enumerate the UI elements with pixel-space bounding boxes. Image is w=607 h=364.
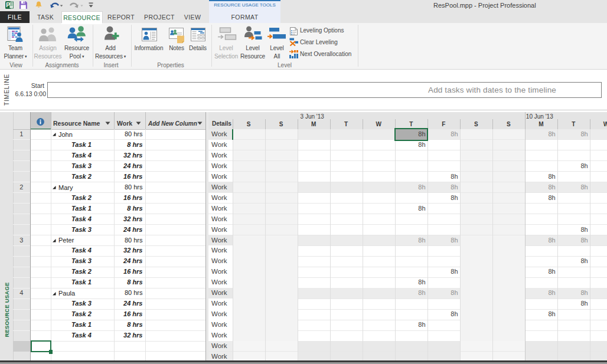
svg-text:P: P bbox=[6, 2, 10, 8]
